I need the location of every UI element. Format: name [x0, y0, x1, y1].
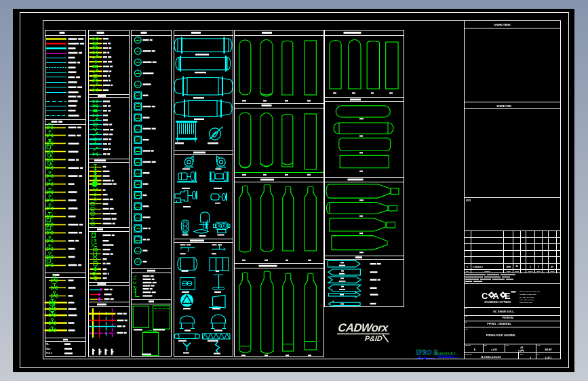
- svg-text:TI: TI: [137, 104, 139, 106]
- svg-text:TI: TI: [465, 321, 467, 323]
- svg-text:TI: TI: [137, 48, 139, 51]
- svg-text:www.coade.com: www.coade.com: [520, 302, 532, 304]
- svg-text:SPARE ITEM: SPARE ITEM: [496, 105, 511, 108]
- svg-text:DESCR: DESCR: [485, 270, 490, 272]
- svg-text:PIPING P&ID LEGEND: PIPING P&ID LEGEND: [486, 334, 515, 337]
- svg-text:DR: DR: [484, 344, 487, 346]
- svg-text:SC ENGR S.R.L.: SC ENGR S.R.L.: [493, 310, 515, 313]
- svg-text:PIPING - GENERAL: PIPING - GENERAL: [487, 322, 511, 325]
- svg-text:TI: TI: [137, 170, 139, 173]
- svg-text:P&ID: P&ID: [364, 335, 383, 343]
- svg-text:SPARE ITEMS: SPARE ITEMS: [494, 24, 511, 26]
- svg-text:TI: TI: [137, 203, 139, 206]
- svg-text:SCALE: SCALE: [465, 344, 471, 346]
- svg-text:ENGINEERING SOFTWARE: ENGINEERING SOFTWARE: [485, 301, 511, 304]
- svg-text:TI: TI: [137, 115, 139, 117]
- svg-text:TI: TI: [137, 71, 139, 73]
- svg-text:TI: TI: [137, 37, 139, 40]
- svg-text:DR.N: DR.N: [515, 270, 519, 272]
- svg-text:TI: TI: [137, 259, 139, 262]
- svg-text:SL: SL: [515, 265, 518, 268]
- svg-text:TI: TI: [137, 81, 139, 84]
- svg-text:DATE: DATE: [507, 270, 511, 272]
- svg-text:TI: TI: [137, 193, 139, 195]
- svg-text:1 OF 1: 1 OF 1: [545, 357, 552, 359]
- svg-text:DWG.NO: DWG.NO: [465, 353, 472, 355]
- svg-text:4V: 4V: [551, 266, 553, 268]
- svg-text:SH: SH: [537, 353, 540, 355]
- svg-text:TI: TI: [137, 148, 139, 151]
- svg-text:TCO 2: TCO 2: [46, 352, 52, 355]
- svg-text:V: V: [538, 266, 539, 268]
- svg-text:REV: REV: [520, 353, 524, 355]
- svg-text:TB.J: TB.J: [46, 348, 51, 350]
- svg-text:TI: TI: [137, 126, 139, 129]
- svg-text:1-0000-0-0: 1-0000-0-0: [473, 266, 483, 268]
- svg-text:CADWorx: CADWorx: [338, 322, 389, 335]
- svg-text:APP: APP: [537, 344, 541, 346]
- svg-text:C: C: [482, 291, 488, 301]
- svg-text:TA.: TA.: [46, 343, 50, 346]
- svg-text:12777 Jones Rd. Suite 480: 12777 Jones Rd. Suite 480: [520, 291, 541, 293]
- svg-text:J: J: [530, 357, 531, 359]
- svg-text:A: A: [493, 291, 500, 301]
- svg-text:4B-BF: 4B-BF: [545, 348, 552, 351]
- svg-text:g gAg: g gAg: [518, 349, 524, 352]
- svg-text:TI: TI: [137, 214, 139, 217]
- svg-text:TI: TI: [137, 93, 139, 96]
- svg-text:CHKD: CHKD: [528, 270, 533, 272]
- svg-text:APPR: APPR: [550, 270, 555, 272]
- svg-text:APR: APR: [507, 266, 511, 268]
- svg-text:TI: TI: [137, 159, 139, 162]
- svg-text:PR: PR: [465, 316, 468, 317]
- svg-text:PETROM: PETROM: [503, 317, 513, 319]
- svg-text:APPR: APPR: [536, 270, 541, 272]
- svg-text:TI: TI: [137, 137, 139, 140]
- svg-text:TI: TI: [137, 60, 139, 62]
- svg-text:E: E: [505, 291, 511, 301]
- svg-text:B-C200-0-00-0C: B-C200-0-00-0C: [482, 355, 502, 359]
- svg-text:CH: CH: [507, 344, 509, 346]
- svg-text:TI: TI: [137, 226, 139, 228]
- svg-text:TI: TI: [137, 237, 139, 239]
- svg-text:Houston, Texas 77070: Houston, Texas 77070: [520, 294, 537, 296]
- svg-text:Fax: (281) 890-3301: Fax: (281) 890-3301: [520, 299, 535, 301]
- svg-text:V: V: [530, 266, 531, 268]
- svg-text:Tel: (281) 890-4566: Tel: (281) 890-4566: [520, 296, 534, 298]
- svg-text:IPRO B: IPRO B: [415, 348, 438, 356]
- svg-text:TI: TI: [137, 181, 139, 184]
- svg-text:RE: RE: [467, 270, 469, 272]
- svg-text:TI: TI: [137, 247, 139, 250]
- svg-text:NOTE: NOTE: [466, 199, 471, 202]
- svg-text:x,A,B: x,A,B: [491, 348, 497, 351]
